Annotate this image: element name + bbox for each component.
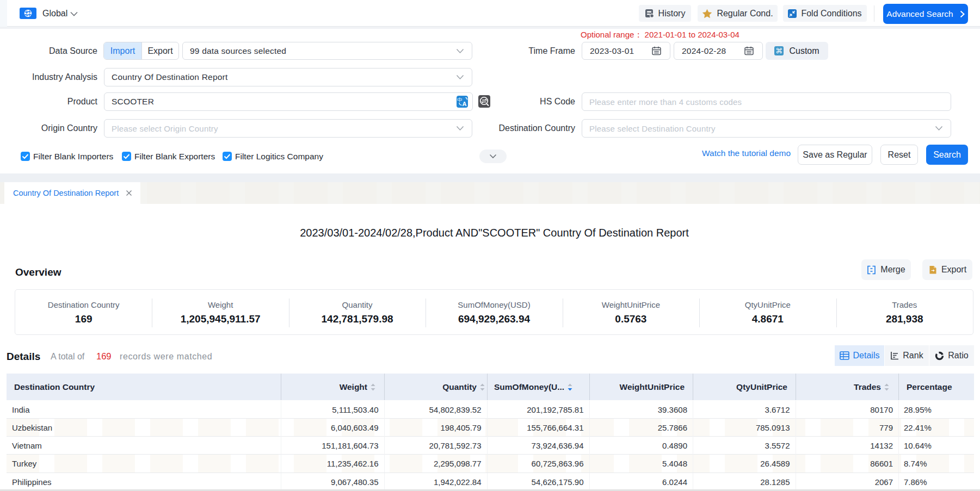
svg-text:⌘: ⌘ bbox=[775, 47, 782, 55]
svg-text:A: A bbox=[463, 101, 467, 107]
svg-text:中: 中 bbox=[457, 97, 463, 103]
